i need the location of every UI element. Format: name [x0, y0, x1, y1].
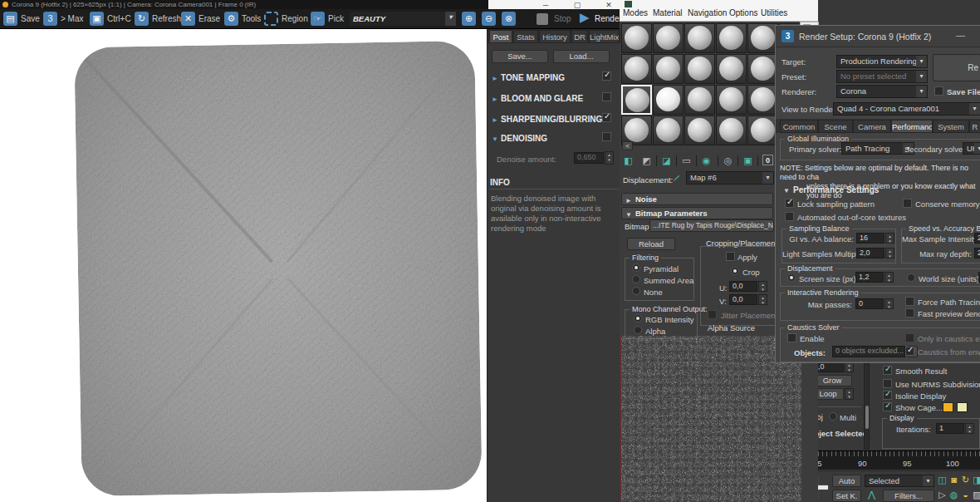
- bitmap-parameters-rollout[interactable]: ▼Bitmap Parameters: [621, 207, 773, 219]
- material-slot[interactable]: [621, 54, 652, 84]
- assign-material-icon[interactable]: ◪: [661, 155, 672, 166]
- show-map-in-viewport-icon[interactable]: ◉: [701, 155, 712, 166]
- tab-common[interactable]: Common: [780, 120, 818, 133]
- preset-dropdown[interactable]: No preset selected: [836, 70, 928, 83]
- save-file-checkbox[interactable]: [934, 86, 943, 96]
- none-radio[interactable]: [632, 287, 640, 295]
- stop-icon[interactable]: [537, 13, 548, 25]
- mrd-field[interactable]: 2: [974, 248, 980, 258]
- modifier-scrollbar[interactable]: [864, 363, 870, 450]
- pick-icon[interactable]: ☞: [311, 12, 325, 26]
- isoline-checkbox[interactable]: [883, 391, 892, 400]
- reload-button[interactable]: Reload: [627, 238, 675, 250]
- save-button[interactable]: Save: [21, 11, 40, 27]
- menu-material[interactable]: Material: [653, 6, 683, 21]
- multi-radio[interactable]: [829, 412, 837, 421]
- set-key-button[interactable]: Set K.: [832, 490, 861, 502]
- tab-render-elements[interactable]: R: [969, 120, 980, 133]
- screen-size-radio[interactable]: [787, 273, 796, 282]
- conserve-memory-checkbox[interactable]: [903, 199, 912, 208]
- lock-keys-icon[interactable]: ◙: [948, 475, 959, 485]
- region-icon[interactable]: [264, 12, 278, 26]
- u-field[interactable]: 0,0: [729, 281, 757, 292]
- renderer-dropdown[interactable]: Corona: [836, 85, 928, 98]
- render-canvas[interactable]: [0, 29, 487, 502]
- pick-material-icon[interactable]: ◩: [641, 155, 652, 166]
- key-offset-icon[interactable]: ◫: [937, 475, 948, 485]
- material-slot[interactable]: [747, 23, 778, 53]
- get-material-icon[interactable]: ◧: [623, 155, 634, 166]
- selection-set-dropdown[interactable]: Selected: [865, 475, 934, 487]
- refresh-button[interactable]: Refresh: [152, 11, 181, 27]
- render-button[interactable]: Re: [933, 54, 980, 81]
- material-slot[interactable]: [684, 23, 715, 53]
- tools-icon[interactable]: ⚙: [224, 12, 238, 26]
- out-of-core-checkbox[interactable]: [785, 212, 794, 221]
- screen-size-field[interactable]: 1,2: [855, 272, 884, 283]
- refresh-icon[interactable]: ↻: [135, 12, 149, 26]
- dialog-minimize-icon[interactable]: —: [956, 30, 965, 40]
- tone-mapping-checkbox[interactable]: [602, 71, 611, 81]
- material-slot[interactable]: [653, 23, 684, 53]
- secondary-solver-dropdown[interactable]: UHD Ca: [963, 142, 980, 155]
- show-cage-checkbox[interactable]: [883, 402, 892, 411]
- auto-key-button[interactable]: Auto: [832, 475, 861, 487]
- material-slot[interactable]: [747, 54, 778, 84]
- cycle-keys-icon[interactable]: ↻: [960, 475, 971, 485]
- tone-mapping-rollout[interactable]: TONE MAPPING: [501, 73, 565, 83]
- material-slot[interactable]: [716, 54, 747, 84]
- delete-material-icon[interactable]: ▭: [681, 155, 692, 166]
- material-slot-selected[interactable]: [621, 85, 652, 115]
- tab-performance[interactable]: Performance: [891, 120, 933, 133]
- fast-preview-checkbox[interactable]: [905, 308, 914, 317]
- zoom-reset-icon[interactable]: ⊗: [502, 12, 516, 26]
- lsm-spinner[interactable]: [885, 248, 894, 258]
- loop-spinner[interactable]: [845, 388, 854, 400]
- cage-color-swatch-2[interactable]: [957, 402, 968, 412]
- collapsed-arrow-icon[interactable]: ►: [492, 116, 498, 124]
- dialog-titlebar[interactable]: 3 Render Setup: Corona 9 (Hotfix 2) —: [776, 26, 980, 47]
- tab-post[interactable]: Post: [489, 30, 512, 43]
- performance-settings-rollout[interactable]: Performance Settings: [793, 185, 879, 195]
- erase-icon[interactable]: ✕: [181, 12, 195, 26]
- view-to-render-dropdown[interactable]: Quad 4 - Corona Camera001: [833, 102, 980, 116]
- material-slot[interactable]: [716, 116, 747, 145]
- scroll-thumb[interactable]: [865, 406, 869, 429]
- iterations-field[interactable]: 1: [936, 423, 964, 434]
- cage-color-swatch[interactable]: [943, 402, 953, 412]
- region-button[interactable]: Region: [282, 11, 308, 27]
- tab-stats[interactable]: Stats: [513, 30, 538, 43]
- only-caustics-checkbox[interactable]: [905, 333, 914, 342]
- material-slot[interactable]: [684, 116, 715, 145]
- bitmap-path-button[interactable]: ...ITE Rug by Tapis Rouge\Displace_Noise: [649, 219, 774, 232]
- pick-button[interactable]: Pick: [328, 11, 344, 27]
- bloom-glare-checkbox[interactable]: [602, 92, 611, 101]
- denoise-amount-field[interactable]: 0,650: [574, 152, 604, 164]
- post-load-button[interactable]: Load...: [553, 50, 610, 63]
- msi-field[interactable]: 2: [974, 233, 980, 244]
- save-material-icon[interactable]: ▣: [742, 155, 753, 166]
- material-slot[interactable]: [653, 54, 684, 84]
- material-slot[interactable]: [653, 116, 684, 145]
- rgb-intensity-radio[interactable]: [634, 314, 642, 322]
- key-filters-button[interactable]: Filters...: [883, 490, 934, 502]
- jitter-checkbox[interactable]: [708, 310, 717, 319]
- send-to-max-icon[interactable]: 3: [43, 12, 57, 26]
- collapsed-arrow-icon[interactable]: ►: [492, 96, 498, 103]
- timeline-ruler[interactable]: 85 90 95 100: [800, 450, 980, 470]
- key-pair-icon[interactable]: ◒: [960, 490, 971, 500]
- caustics-env-checkbox[interactable]: [905, 347, 914, 356]
- v-field[interactable]: 0,0: [729, 294, 757, 305]
- tab-scene[interactable]: Scene: [818, 120, 853, 133]
- material-slot[interactable]: [684, 54, 715, 84]
- menu-navigation[interactable]: Navigation: [688, 6, 727, 21]
- save-icon[interactable]: ▤: [3, 12, 17, 26]
- expanded-arrow-icon[interactable]: ▼: [492, 135, 498, 143]
- denoise-amount-spinner[interactable]: [605, 151, 614, 165]
- nurms-checkbox[interactable]: [883, 379, 892, 388]
- material-slot[interactable]: [716, 23, 747, 53]
- caustics-objects-field[interactable]: 0 objects excluded...: [832, 346, 905, 357]
- noise-rollout[interactable]: ►Noise: [621, 193, 773, 205]
- tab-system[interactable]: System: [933, 120, 969, 133]
- tab-camera[interactable]: Camera: [853, 120, 891, 133]
